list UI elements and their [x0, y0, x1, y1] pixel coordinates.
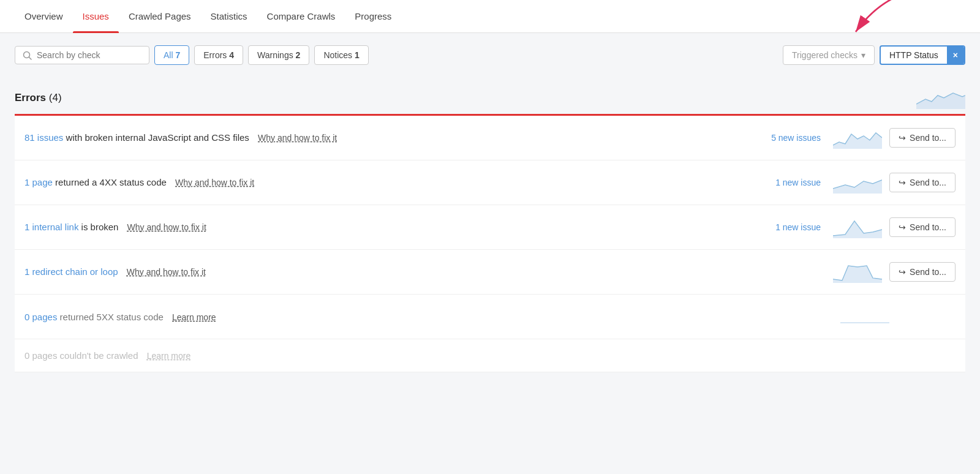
send-icon-1: ↪	[899, 133, 906, 143]
search-input-wrap	[15, 46, 149, 64]
errors-section-header: Errors (4)	[15, 80, 965, 114]
filter-errors-button[interactable]: Errors 4	[194, 45, 243, 65]
svg-marker-7	[833, 266, 882, 283]
nav-item-statistics[interactable]: Statistics	[201, 0, 257, 33]
svg-marker-3	[916, 93, 965, 109]
http-status-filter: HTTP Status ×	[880, 45, 965, 65]
why-link-1[interactable]: Why and how to fix it	[258, 133, 337, 143]
svg-marker-4	[833, 133, 882, 149]
new-issues-label-1: 5 new issues	[753, 133, 821, 143]
zero-issue-row-1: 0 pages returned 5XX status code Learn m…	[15, 295, 965, 339]
zero-issue-text-1: 0 pages returned 5XX status code Learn m…	[24, 312, 833, 322]
nav-item-progress[interactable]: Progress	[345, 0, 401, 33]
errors-section-title: Errors (4)	[15, 92, 62, 104]
send-icon-3: ↪	[899, 222, 906, 232]
filter-notices-button[interactable]: Notices 1	[314, 45, 368, 65]
send-to-button-1[interactable]: ↪ Send to...	[889, 128, 956, 148]
issue-text-3: 1 internal link is broken Why and how to…	[24, 220, 746, 234]
errors-header-sparkline	[916, 87, 965, 109]
issue-row: 1 internal link is broken Why and how to…	[15, 205, 965, 250]
send-to-button-4[interactable]: ↪ Send to...	[889, 262, 956, 282]
new-issues-label-3: 1 new issue	[753, 222, 821, 232]
zero-issue-link-1[interactable]: 0 pages	[24, 312, 57, 322]
send-icon-2: ↪	[899, 178, 906, 187]
send-to-button-2[interactable]: ↪ Send to...	[889, 173, 956, 192]
search-icon	[23, 51, 32, 60]
filter-warnings-button[interactable]: Warnings 2	[248, 45, 309, 65]
issue-row: 81 issues with broken internal JavaScrip…	[15, 116, 965, 160]
search-input[interactable]	[37, 50, 135, 60]
why-link-3[interactable]: Why and how to fix it	[127, 222, 206, 232]
send-icon-4: ↪	[899, 267, 906, 277]
issue-link-2[interactable]: 1 page	[24, 177, 53, 187]
new-issues-label-2: 1 new issue	[753, 178, 821, 187]
svg-line-2	[29, 57, 32, 59]
why-link-4[interactable]: Why and how to fix it	[127, 267, 206, 277]
sparkline-4	[833, 261, 882, 283]
svg-marker-5	[833, 180, 882, 194]
issue-text-2: 1 page returned a 4XX status code Why an…	[24, 176, 746, 189]
triggered-checks-button[interactable]: Triggered checks ▾	[783, 45, 875, 65]
zero-issue-row-2: 0 pages couldn't be crawled Learn more	[15, 339, 965, 372]
http-status-close-button[interactable]: ×	[947, 47, 964, 64]
triggered-checks-label: Triggered checks	[792, 50, 858, 60]
main-content: All 7 Errors 4 Warnings 2 Notices 1 Trig…	[0, 33, 980, 474]
issue-text-1: 81 issues with broken internal JavaScrip…	[24, 131, 746, 145]
issue-row: 1 page returned a 4XX status code Why an…	[15, 160, 965, 205]
sparkline-2	[833, 171, 882, 194]
issue-link-1[interactable]: 81 issues	[24, 132, 63, 143]
zero-issue-link-2[interactable]: 0 pages	[24, 350, 57, 361]
nav-item-crawled-pages[interactable]: Crawled Pages	[119, 0, 201, 33]
sparkline-zero-1	[840, 306, 889, 328]
sparkline-3	[833, 216, 882, 238]
why-link-2[interactable]: Why and how to fix it	[175, 178, 254, 187]
filter-bar: All 7 Errors 4 Warnings 2 Notices 1 Trig…	[15, 45, 965, 65]
issue-row: 1 redirect chain or loop Why and how to …	[15, 250, 965, 295]
send-to-button-3[interactable]: ↪ Send to...	[889, 217, 956, 237]
learn-more-link-2[interactable]: Learn more	[147, 351, 191, 361]
issue-link-4[interactable]: 1 redirect chain or loop	[24, 266, 118, 277]
chevron-down-icon: ▾	[861, 50, 865, 60]
issue-text-4: 1 redirect chain or loop Why and how to …	[24, 265, 746, 279]
zero-issue-text-2: 0 pages couldn't be crawled Learn more	[24, 350, 833, 361]
learn-more-link-1[interactable]: Learn more	[172, 312, 216, 322]
issue-link-3[interactable]: 1 internal link	[24, 222, 78, 232]
nav-bar: Overview Issues Crawled Pages Statistics…	[0, 0, 980, 33]
http-status-label: HTTP Status	[881, 47, 947, 64]
svg-marker-6	[833, 221, 882, 238]
nav-item-issues[interactable]: Issues	[73, 0, 119, 33]
nav-item-compare-crawls[interactable]: Compare Crawls	[257, 0, 345, 33]
sparkline-1	[833, 127, 882, 149]
filter-all-button[interactable]: All 7	[154, 45, 189, 65]
nav-item-overview[interactable]: Overview	[15, 0, 73, 33]
